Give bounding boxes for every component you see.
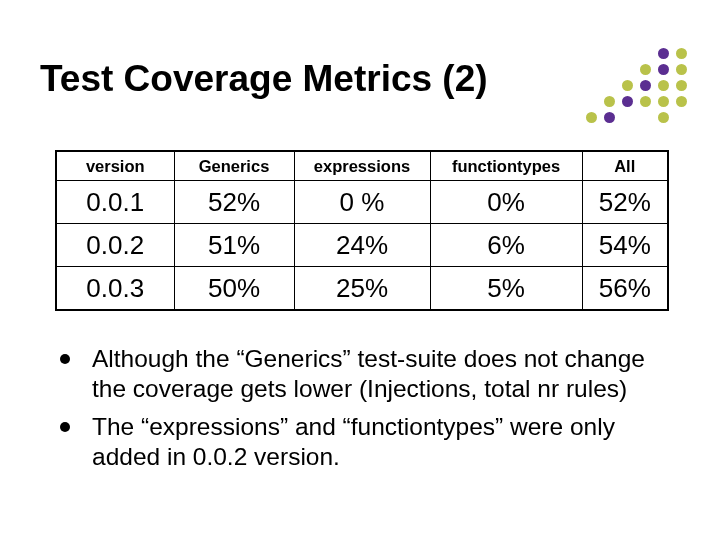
table-row: 0.0.1 52% 0 % 0% 52% — [56, 181, 668, 224]
cell-functiontypes: 5% — [430, 267, 582, 311]
bullet-text: Although the “Generics” test-suite does … — [92, 344, 664, 404]
bullet-text: The “expressions” and “functiontypes” we… — [92, 412, 664, 472]
table-row: 0.0.2 51% 24% 6% 54% — [56, 224, 668, 267]
cell-all: 56% — [582, 267, 668, 311]
cell-generics: 51% — [174, 224, 294, 267]
col-header-expressions: expressions — [294, 151, 430, 181]
bullet-list: Although the “Generics” test-suite does … — [60, 344, 664, 480]
cell-version: 0.0.3 — [56, 267, 174, 311]
table-header-row: version Generics expressions functiontyp… — [56, 151, 668, 181]
coverage-table: version Generics expressions functiontyp… — [55, 150, 669, 311]
list-item: Although the “Generics” test-suite does … — [60, 344, 664, 404]
cell-functiontypes: 0% — [430, 181, 582, 224]
cell-all: 52% — [582, 181, 668, 224]
cell-expressions: 25% — [294, 267, 430, 311]
cell-expressions: 0 % — [294, 181, 430, 224]
table-row: 0.0.3 50% 25% 5% 56% — [56, 267, 668, 311]
col-header-version: version — [56, 151, 174, 181]
cell-generics: 52% — [174, 181, 294, 224]
bullet-icon — [60, 354, 70, 364]
cell-all: 54% — [582, 224, 668, 267]
cell-generics: 50% — [174, 267, 294, 311]
cell-version: 0.0.1 — [56, 181, 174, 224]
col-header-all: All — [582, 151, 668, 181]
list-item: The “expressions” and “functiontypes” we… — [60, 412, 664, 472]
cell-functiontypes: 6% — [430, 224, 582, 267]
decorative-dot-grid — [588, 46, 698, 121]
bullet-icon — [60, 422, 70, 432]
col-header-generics: Generics — [174, 151, 294, 181]
page-title: Test Coverage Metrics (2) — [40, 58, 488, 100]
cell-expressions: 24% — [294, 224, 430, 267]
col-header-functiontypes: functiontypes — [430, 151, 582, 181]
cell-version: 0.0.2 — [56, 224, 174, 267]
